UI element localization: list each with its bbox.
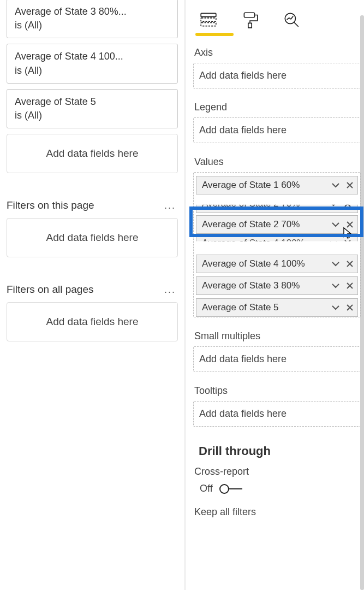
close-icon[interactable] (345, 259, 354, 268)
toggle-state-label: Off (200, 483, 213, 494)
filter-card-title: Average of State 3 80%... (15, 5, 170, 19)
chevron-down-icon[interactable] (331, 181, 340, 190)
close-icon[interactable] (345, 281, 354, 290)
values-label: Values (194, 156, 361, 168)
page-filter-dropzone[interactable]: Add data fields here (7, 218, 178, 257)
svg-rect-1 (201, 18, 216, 21)
tab-analytics[interactable] (281, 9, 302, 31)
value-pill-label: Average of State 4 100% (202, 258, 329, 269)
paint-roller-icon (241, 10, 259, 29)
value-pill-dragging[interactable]: Average of State 2 70% (196, 215, 358, 234)
all-pages-filters-header: Filters on all pages ... (7, 284, 178, 296)
filter-card-condition: is (All) (15, 109, 170, 122)
value-pill-label: Average of State 5 (202, 302, 329, 313)
filter-card-condition: is (All) (15, 64, 170, 78)
filter-card[interactable]: Average of State 4 100... is (All) (7, 44, 178, 83)
legend-dropzone[interactable]: Add data fields here (193, 117, 361, 143)
tooltips-label: Tooltips (194, 385, 361, 397)
scrollbar[interactable] (360, 15, 364, 590)
fields-icon (199, 10, 218, 29)
axis-dropzone[interactable]: Add data fields here (193, 63, 361, 88)
keep-all-filters-label: Keep all filters (194, 506, 361, 518)
value-pill-label: Average of State 1 60% (202, 180, 329, 191)
svg-rect-0 (201, 13, 216, 16)
svg-rect-2 (201, 22, 216, 26)
visual-filter-dropzone[interactable]: Add data fields here (7, 134, 178, 173)
values-well[interactable]: Average of State 1 60% Average of State … (193, 172, 361, 317)
viz-tab-strip (193, 0, 361, 34)
cross-report-toggle[interactable] (219, 484, 242, 494)
chevron-down-icon[interactable] (331, 303, 340, 312)
page-filters-label: Filters on this page (7, 199, 94, 211)
filters-pane: Average of State 3 80%... is (All) Avera… (0, 0, 186, 590)
all-pages-filters-label: Filters on all pages (7, 284, 93, 296)
value-pill[interactable]: Average of State 3 80% (196, 276, 358, 295)
close-icon[interactable] (345, 220, 354, 229)
cross-report-label: Cross-report (194, 466, 361, 477)
tooltips-dropzone[interactable]: Add data fields here (193, 401, 361, 427)
chevron-down-icon[interactable] (331, 259, 340, 268)
all-pages-filter-dropzone[interactable]: Add data fields here (7, 302, 178, 341)
filter-card-title: Average of State 5 (15, 95, 170, 109)
small-multiples-dropzone[interactable]: Add data fields here (193, 346, 361, 372)
value-pill-label: Average of State 2 70% (202, 219, 329, 230)
legend-label: Legend (194, 102, 361, 113)
filter-card[interactable]: Average of State 3 80%... is (All) (7, 0, 178, 38)
tab-fields[interactable] (198, 9, 219, 31)
axis-label: Axis (194, 47, 361, 58)
chevron-down-icon[interactable] (331, 281, 340, 290)
page-filters-header: Filters on this page ... (7, 199, 178, 211)
analytics-icon (282, 10, 301, 29)
value-pill[interactable]: Average of State 1 60% (196, 176, 358, 194)
drill-through-header: Drill through (199, 444, 361, 458)
close-icon[interactable] (345, 181, 354, 190)
small-multiples-label: Small multiples (194, 331, 361, 342)
close-icon[interactable] (345, 303, 354, 312)
more-icon[interactable]: ... (164, 284, 178, 296)
value-pill-label: Average of State 3 80% (202, 280, 329, 291)
filter-card[interactable]: Average of State 5 is (All) (7, 89, 178, 128)
value-pill-ghost: Average of State 2 70% (196, 194, 358, 213)
chevron-down-icon[interactable] (331, 220, 340, 229)
more-icon[interactable]: ... (164, 200, 178, 211)
active-tab-indicator (195, 33, 234, 36)
value-pill[interactable]: Average of State 5 (196, 298, 358, 317)
svg-rect-4 (248, 23, 252, 28)
value-pill-ghost: Average of State 4 100% (196, 234, 358, 252)
filter-card-title: Average of State 4 100... (15, 50, 170, 63)
tab-format[interactable] (239, 9, 261, 31)
visualization-pane: Axis Add data fields here Legend Add dat… (186, 0, 364, 590)
filter-card-condition: is (All) (15, 19, 170, 32)
value-pill[interactable]: Average of State 4 100% (196, 255, 358, 273)
svg-rect-3 (244, 13, 254, 17)
